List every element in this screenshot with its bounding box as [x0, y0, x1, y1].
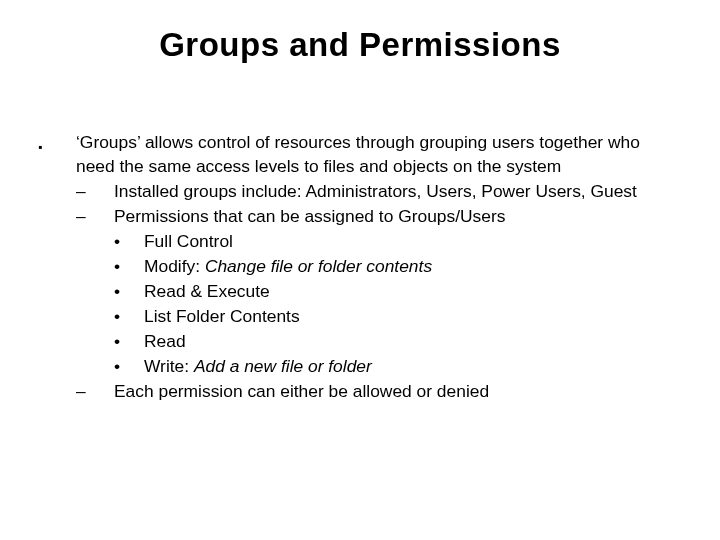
- dot-bullet-icon: •: [114, 306, 120, 326]
- bullet-level-3: • List Folder Contents: [38, 304, 676, 328]
- perm-label: Read: [144, 331, 186, 351]
- perm-desc: Change file or folder contents: [205, 256, 432, 276]
- perm-item: Modify: Change file or folder contents: [144, 254, 676, 278]
- dot-bullet-icon: •: [114, 331, 120, 351]
- dot-bullet-icon: •: [114, 281, 120, 301]
- perm-label: Write:: [144, 356, 194, 376]
- bullet-level-3: • Read: [38, 329, 676, 353]
- bullet-level-3: • Modify: Change file or folder contents: [38, 254, 676, 278]
- slide-title: Groups and Permissions: [0, 26, 720, 64]
- bullet-level-1: ▪ ‘Groups’ allows control of resources t…: [38, 130, 676, 178]
- slide: Groups and Permissions ▪ ‘Groups’ allows…: [0, 26, 720, 540]
- perm-label: Full Control: [144, 231, 233, 251]
- bullet-level-3: • Read & Execute: [38, 279, 676, 303]
- dash-bullet-icon: –: [76, 206, 86, 226]
- dot-bullet-icon: •: [114, 231, 120, 251]
- perm-label: Modify:: [144, 256, 205, 276]
- perm-label: Read & Execute: [144, 281, 270, 301]
- slide-body: ▪ ‘Groups’ allows control of resources t…: [38, 130, 676, 404]
- bullet-level-3: • Full Control: [38, 229, 676, 253]
- perm-label: List Folder Contents: [144, 306, 300, 326]
- perm-item: Read: [144, 329, 676, 353]
- dot-bullet-icon: •: [114, 356, 120, 376]
- sub-text: Installed groups include: Administrators…: [114, 179, 676, 203]
- dash-bullet-icon: –: [76, 381, 86, 401]
- perm-item: Read & Execute: [144, 279, 676, 303]
- dash-bullet-icon: –: [76, 181, 86, 201]
- square-bullet-icon: ▪: [38, 140, 42, 154]
- bullet-level-2: – Installed groups include: Administrato…: [38, 179, 676, 203]
- perm-item: Write: Add a new file or folder: [144, 354, 676, 378]
- bullet-main-text: ‘Groups’ allows control of resources thr…: [76, 130, 676, 178]
- bullet-level-2: – Each permission can either be allowed …: [38, 379, 676, 403]
- dot-bullet-icon: •: [114, 256, 120, 276]
- perm-item: List Folder Contents: [144, 304, 676, 328]
- perm-desc: Add a new file or folder: [194, 356, 372, 376]
- perm-item: Full Control: [144, 229, 676, 253]
- bullet-level-2: – Permissions that can be assigned to Gr…: [38, 204, 676, 228]
- sub-text: Each permission can either be allowed or…: [114, 379, 676, 403]
- bullet-level-3: • Write: Add a new file or folder: [38, 354, 676, 378]
- sub-text: Permissions that can be assigned to Grou…: [114, 204, 676, 228]
